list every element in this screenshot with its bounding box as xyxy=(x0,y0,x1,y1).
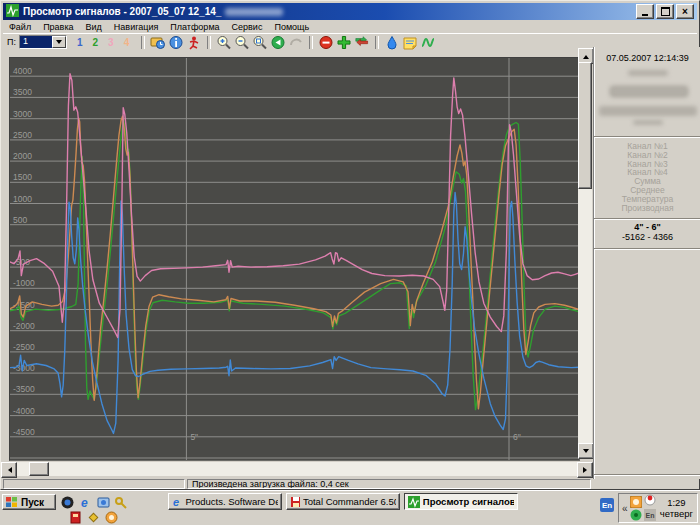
arrow-right-icon xyxy=(583,467,590,473)
floppy-disk-icon xyxy=(290,496,300,508)
keys-quicklaunch-icon[interactable] xyxy=(114,495,128,509)
zoom-window-button[interactable] xyxy=(251,35,269,50)
menu-item-view[interactable]: Вид xyxy=(80,21,108,33)
taskbar-button-label: Total Commander 6.50 - ... xyxy=(303,496,396,507)
channels-button[interactable] xyxy=(185,35,203,50)
internet-explorer-quicklaunch-icon[interactable]: e xyxy=(78,495,92,509)
arrow-down-icon xyxy=(583,449,589,456)
channel-toggles: 1 2 3 4 xyxy=(77,37,129,48)
start-button[interactable]: Пуск xyxy=(2,494,56,510)
menu-item-navigation[interactable]: Навигация xyxy=(108,21,164,33)
menu-item-edit[interactable]: Правка xyxy=(37,21,79,33)
taskbar-button-total-commander[interactable]: Total Commander 6.50 - ... xyxy=(286,493,400,510)
svg-text:2500: 2500 xyxy=(13,130,32,140)
tray-alert-icon[interactable] xyxy=(644,494,656,506)
marker-button[interactable] xyxy=(383,35,401,50)
system-tray: « En 1:29 четверг xyxy=(618,493,698,523)
red-app-quicklaunch-icon[interactable] xyxy=(68,510,82,524)
horizontal-scrollbar[interactable] xyxy=(1,462,593,476)
channel-2-toggle[interactable]: 2 xyxy=(93,37,99,48)
diamond-quicklaunch-icon[interactable] xyxy=(86,510,100,524)
file-info-button[interactable] xyxy=(167,35,185,50)
menu-item-file[interactable]: Файл xyxy=(3,21,37,33)
toolbar-separator xyxy=(141,36,145,49)
horizontal-scroll-thumb[interactable] xyxy=(29,462,49,476)
remove-button[interactable] xyxy=(317,35,335,50)
window-controls: × xyxy=(636,4,694,19)
channel-1-toggle[interactable]: 1 xyxy=(77,37,83,48)
range-section: 4" - 6" -5162 - 4366 xyxy=(594,219,700,249)
y-range-value: -5162 - 4366 xyxy=(594,232,700,242)
scroll-down-button[interactable] xyxy=(578,443,594,459)
taskbar-button-label: Просмотр сигналов xyxy=(423,496,514,507)
drop-icon xyxy=(384,35,400,50)
info-icon xyxy=(168,35,184,50)
page-select-dropdown-button[interactable] xyxy=(52,36,66,48)
clock-time: 1:29 xyxy=(660,497,693,508)
restore-button[interactable] xyxy=(656,4,674,19)
toolbar-separator xyxy=(309,36,313,49)
notes-button[interactable] xyxy=(401,35,419,50)
add-button[interactable] xyxy=(335,35,353,50)
redacted-text xyxy=(610,86,688,97)
target-quicklaunch-icon[interactable] xyxy=(104,510,118,524)
swap-arrows-icon xyxy=(354,35,370,50)
page-select[interactable]: 1 xyxy=(19,35,67,49)
signal-viewer-icon xyxy=(408,496,420,508)
zoom-out-icon xyxy=(234,35,250,50)
title-bar[interactable]: Просмотр сигналов - 2007_05_07 12_14_ × xyxy=(3,3,697,20)
empty-panel xyxy=(594,249,700,475)
red-figure-icon xyxy=(186,35,202,50)
redacted-text xyxy=(633,120,663,125)
page-select-value: 1 xyxy=(20,36,52,48)
folder-clock-icon xyxy=(150,35,166,50)
stats-button[interactable] xyxy=(419,35,437,50)
channel-3-toggle[interactable]: 3 xyxy=(108,37,114,48)
channel-list: Канал №1 Канал №2 Канал №3 Канал №4 Сумм… xyxy=(594,137,700,219)
svg-text:-2000: -2000 xyxy=(13,321,35,331)
taskbar-button-label: Products. Software Dev... xyxy=(185,496,278,507)
zoom-out-button[interactable] xyxy=(233,35,251,50)
tray-language-icon[interactable]: En xyxy=(644,509,656,521)
windows-logo-icon xyxy=(6,496,18,508)
page-label: П: xyxy=(7,37,16,47)
zoom-in-button[interactable] xyxy=(215,35,233,50)
channel-list-item[interactable]: Производная xyxy=(594,204,700,213)
svg-text:3000: 3000 xyxy=(13,109,32,119)
media-player-quicklaunch-icon[interactable] xyxy=(60,495,74,509)
redacted-text xyxy=(628,70,668,76)
vertical-scroll-thumb[interactable] xyxy=(578,62,592,189)
mail-quicklaunch-icon[interactable] xyxy=(96,495,110,509)
arrow-left-icon xyxy=(5,467,12,473)
channel-4-toggle[interactable]: 4 xyxy=(124,37,130,48)
toolbar-separator xyxy=(207,36,211,49)
minimize-button[interactable] xyxy=(636,4,654,19)
tray-camera-icon[interactable] xyxy=(630,496,642,508)
language-indicator[interactable]: En xyxy=(600,498,614,512)
redacted-text xyxy=(599,106,697,116)
scroll-right-button[interactable] xyxy=(577,462,593,478)
svg-text:500: 500 xyxy=(13,215,27,225)
menu-item-help[interactable]: Помощь xyxy=(268,21,315,33)
taskbar-button-signal-viewer[interactable]: Просмотр сигналов xyxy=(404,493,518,510)
back-button[interactable] xyxy=(269,35,287,50)
record-info-section: 07.05.2007 12:14:39 xyxy=(594,47,700,137)
scroll-left-button[interactable] xyxy=(1,462,17,478)
menu-item-service[interactable]: Сервис xyxy=(226,21,269,33)
zoom-window-icon xyxy=(252,35,268,50)
menu-item-platform[interactable]: Платформа xyxy=(164,21,225,33)
status-bar: Произведена загрузка файла: 0,4 сек xyxy=(1,478,700,490)
open-file-button[interactable] xyxy=(149,35,167,50)
close-icon: × xyxy=(682,7,688,16)
taskbar-button-products[interactable]: e Products. Software Dev... xyxy=(168,493,282,510)
signal-viewer-window: Просмотр сигналов - 2007_05_07 12_14_ × … xyxy=(0,0,700,490)
tray-clock[interactable]: 1:29 четверг xyxy=(660,497,697,519)
tray-green-flower-icon[interactable] xyxy=(630,509,642,521)
swap-button[interactable] xyxy=(353,35,371,50)
signal-plot[interactable]: 5"6"4000350030002500200015001000500-500-… xyxy=(9,57,580,461)
menu-bar: Файл Правка Вид Навигация Платформа Серв… xyxy=(3,20,697,33)
close-button[interactable]: × xyxy=(676,4,694,19)
status-message: Произведена загрузка файла: 0,4 сек xyxy=(187,479,591,489)
vertical-scrollbar[interactable] xyxy=(578,48,592,459)
tray-collapse-button[interactable]: « xyxy=(619,503,630,514)
